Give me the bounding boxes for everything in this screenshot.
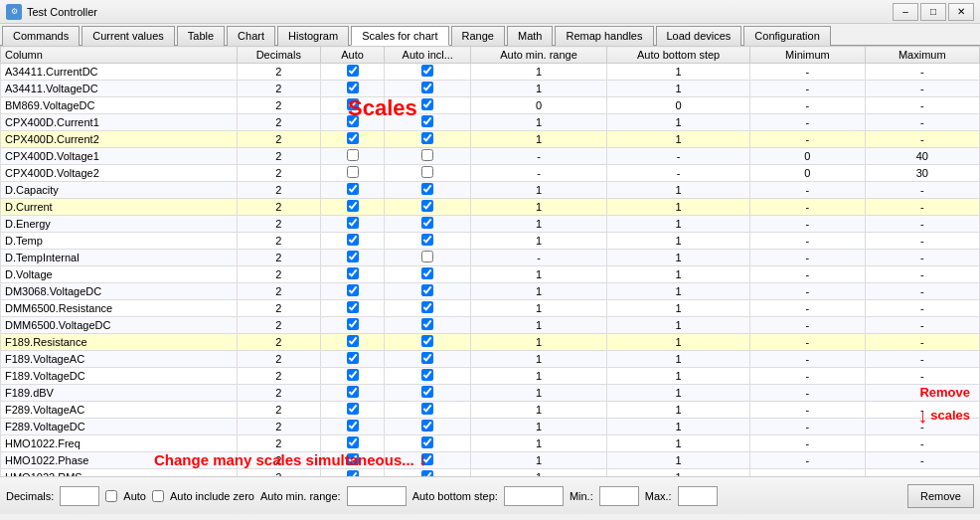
row-auto-checkbox[interactable] <box>320 199 385 216</box>
autobottom-input[interactable] <box>504 486 564 506</box>
tab-current-values[interactable]: Current values <box>82 26 175 46</box>
row-autoinc-checkbox[interactable] <box>385 334 471 351</box>
row-auto-checkbox[interactable] <box>320 64 385 81</box>
maximize-button[interactable]: □ <box>920 3 946 21</box>
row-autoinc-checkbox[interactable] <box>385 114 471 131</box>
row-auto-checkbox[interactable] <box>320 351 385 368</box>
row-autoinc-checkbox[interactable] <box>385 165 471 182</box>
row-auto-checkbox[interactable] <box>320 385 385 402</box>
tab-configuration[interactable]: Configuration <box>743 26 830 46</box>
row-autoinc-checkbox[interactable] <box>385 300 471 317</box>
row-autobottom: 1 <box>607 402 750 419</box>
row-auto-checkbox[interactable] <box>320 469 385 477</box>
row-auto-checkbox[interactable] <box>320 452 385 469</box>
row-auto-checkbox[interactable] <box>320 266 385 283</box>
auto-checkbox[interactable] <box>105 490 117 502</box>
row-autoinc-checkbox[interactable] <box>385 283 471 300</box>
row-autoinc-checkbox[interactable] <box>385 64 471 81</box>
row-autoinc-checkbox[interactable] <box>385 148 471 165</box>
row-auto-checkbox[interactable] <box>320 97 385 114</box>
row-autoinc-checkbox[interactable] <box>385 266 471 283</box>
row-autoinc-checkbox[interactable] <box>385 469 471 477</box>
row-decimals: 2 <box>237 64 320 81</box>
tab-remap-handles[interactable]: Remap handles <box>555 26 653 46</box>
row-max: - <box>865 64 979 81</box>
row-autoinc-checkbox[interactable] <box>385 402 471 419</box>
row-autoinc-checkbox[interactable] <box>385 233 471 250</box>
row-autoinc-checkbox[interactable] <box>385 435 471 452</box>
row-name: CPX400D.Current1 <box>1 114 238 131</box>
row-autoinc-checkbox[interactable] <box>385 250 471 266</box>
row-auto-checkbox[interactable] <box>320 182 385 199</box>
row-auto-checkbox[interactable] <box>320 131 385 148</box>
row-autoinc-checkbox[interactable] <box>385 351 471 368</box>
row-automin: 1 <box>471 199 607 216</box>
row-decimals: 2 <box>237 148 320 165</box>
row-auto-checkbox[interactable] <box>320 317 385 334</box>
row-automin: 1 <box>471 317 607 334</box>
decimals-input[interactable] <box>60 486 99 506</box>
row-autoinc-checkbox[interactable] <box>385 452 471 469</box>
row-autobottom: 1 <box>607 419 750 435</box>
max-input[interactable] <box>678 486 718 506</box>
autoinclude-checkbox[interactable] <box>152 490 164 502</box>
row-auto-checkbox[interactable] <box>320 81 385 97</box>
tab-histogram[interactable]: Histogram <box>277 26 349 46</box>
row-auto-checkbox[interactable] <box>320 250 385 266</box>
row-autoinc-checkbox[interactable] <box>385 182 471 199</box>
row-auto-checkbox[interactable] <box>320 114 385 131</box>
row-auto-checkbox[interactable] <box>320 283 385 300</box>
row-auto-checkbox[interactable] <box>320 419 385 435</box>
remove-button[interactable]: Remove <box>907 484 974 508</box>
row-name: F289.VoltageAC <box>1 402 238 419</box>
row-autoinc-checkbox[interactable] <box>385 368 471 385</box>
row-name: F189.dBV <box>1 385 238 402</box>
row-autoinc-checkbox[interactable] <box>385 216 471 233</box>
row-autoinc-checkbox[interactable] <box>385 317 471 334</box>
tab-table[interactable]: Table <box>177 26 225 46</box>
tab-math[interactable]: Math <box>507 26 553 46</box>
row-autoinc-checkbox[interactable] <box>385 97 471 114</box>
tab-bar: Commands Current values Table Chart Hist… <box>0 24 980 46</box>
row-autoinc-checkbox[interactable] <box>385 419 471 435</box>
row-auto-checkbox[interactable] <box>320 402 385 419</box>
scales-table-container[interactable]: Column Decimals Auto Auto incl... Auto m… <box>0 46 980 476</box>
tab-range[interactable]: Range <box>451 26 505 46</box>
row-auto-checkbox[interactable] <box>320 148 385 165</box>
tab-scales-for-chart[interactable]: Scales for chart <box>351 26 448 46</box>
row-auto-checkbox[interactable] <box>320 233 385 250</box>
row-decimals: 2 <box>237 402 320 419</box>
row-auto-checkbox[interactable] <box>320 334 385 351</box>
row-auto-checkbox[interactable] <box>320 165 385 182</box>
close-button[interactable]: ✕ <box>948 3 974 21</box>
row-autoinc-checkbox[interactable] <box>385 199 471 216</box>
row-auto-checkbox[interactable] <box>320 368 385 385</box>
row-auto-checkbox[interactable] <box>320 300 385 317</box>
row-autoinc-checkbox[interactable] <box>385 131 471 148</box>
row-automin: - <box>471 148 607 165</box>
tab-chart[interactable]: Chart <box>227 26 275 46</box>
row-automin: 1 <box>471 131 607 148</box>
row-autobottom: - <box>607 148 750 165</box>
row-min: - <box>750 114 865 131</box>
row-autoinc-checkbox[interactable] <box>385 385 471 402</box>
row-decimals: 2 <box>237 334 320 351</box>
row-autoinc-checkbox[interactable] <box>385 81 471 97</box>
automin-input[interactable] <box>347 486 407 506</box>
row-max: - <box>865 300 979 317</box>
table-row: BM869.VoltageDC 2 0 0 - - <box>1 97 980 114</box>
tab-load-devices[interactable]: Load devices <box>656 26 742 46</box>
tab-commands[interactable]: Commands <box>2 26 80 46</box>
table-row: CPX400D.Current1 2 1 1 - - <box>1 114 980 131</box>
minimize-button[interactable]: – <box>893 3 918 21</box>
row-min: - <box>750 233 865 250</box>
row-decimals: 2 <box>237 283 320 300</box>
row-automin: 1 <box>471 334 607 351</box>
row-max: - <box>865 182 979 199</box>
table-row: F189.VoltageDC 2 1 1 - - <box>1 368 980 385</box>
min-input[interactable] <box>599 486 639 506</box>
row-auto-checkbox[interactable] <box>320 216 385 233</box>
row-min: - <box>750 131 865 148</box>
row-autobottom: 1 <box>607 182 750 199</box>
row-auto-checkbox[interactable] <box>320 435 385 452</box>
